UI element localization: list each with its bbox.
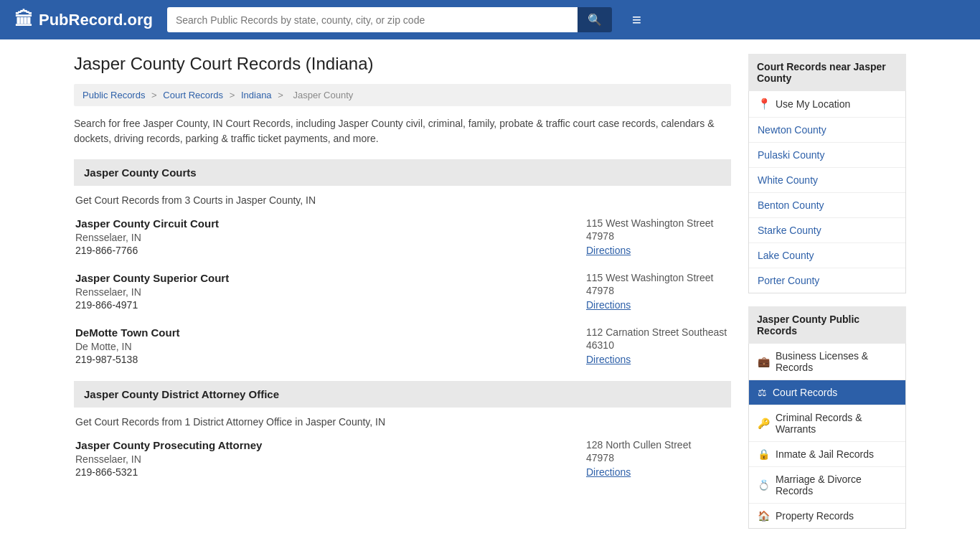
court-directions-demotte[interactable]: Directions bbox=[586, 354, 631, 365]
breadcrumb-jasper-county: Jasper County bbox=[293, 90, 353, 100]
search-area: 🔍 bbox=[167, 7, 612, 32]
criminal-records-label: Criminal Records & Warrants bbox=[776, 412, 897, 435]
inmate-records-label: Inmate & Jail Records bbox=[776, 448, 874, 460]
court-right-superior: 115 West Washington Street 47978 Directi… bbox=[572, 272, 730, 311]
courts-section-header: Jasper County Courts bbox=[74, 159, 731, 186]
court-zip-superior: 47978 bbox=[586, 285, 730, 296]
court-address-circuit: 115 West Washington Street bbox=[586, 217, 730, 229]
court-zip-circuit: 47978 bbox=[586, 230, 730, 242]
sidebar-item-porter[interactable]: Porter County bbox=[749, 268, 905, 293]
breadcrumb-indiana[interactable]: Indiana bbox=[241, 90, 272, 100]
court-city-prosecuting: Rensselaer, IN bbox=[75, 453, 572, 465]
court-phone-prosecuting: 219-866-5321 bbox=[75, 466, 572, 478]
page-title: Jasper County Court Records (Indiana) bbox=[74, 54, 731, 74]
search-icon: 🔍 bbox=[588, 14, 602, 26]
court-address-superior: 115 West Washington Street bbox=[586, 272, 730, 283]
marriage-records-label: Marriage & Divorce Records bbox=[776, 474, 897, 496]
benton-county-label: Benton County bbox=[758, 199, 824, 211]
key-icon: 🔑 bbox=[758, 418, 770, 429]
business-licenses-label: Business Licenses & Records bbox=[776, 350, 897, 373]
breadcrumb-public-records[interactable]: Public Records bbox=[83, 90, 145, 100]
newton-county-label: Newton County bbox=[758, 124, 826, 136]
content-area: Jasper County Court Records (Indiana) Pu… bbox=[74, 54, 731, 542]
court-left-superior: Jasper County Superior Court Rensselaer,… bbox=[75, 272, 572, 311]
court-name-circuit: Jasper County Circuit Court bbox=[75, 217, 572, 230]
courts-section-desc: Get Court Records from 3 Courts in Jaspe… bbox=[74, 194, 731, 206]
lock-icon: 🔒 bbox=[758, 448, 770, 460]
sidebar-item-lake[interactable]: Lake County bbox=[749, 243, 905, 268]
search-input[interactable] bbox=[167, 7, 578, 32]
court-address-demotte: 112 Carnation Street Southeast bbox=[586, 326, 730, 338]
court-phone-circuit: 219-866-7766 bbox=[75, 245, 572, 256]
court-name-demotte: DeMotte Town Court bbox=[75, 326, 572, 339]
sidebar-marriage-records[interactable]: 💍 Marriage & Divorce Records bbox=[749, 467, 905, 504]
court-phone-superior: 219-866-4971 bbox=[75, 299, 572, 311]
da-section-desc: Get Court Records from 1 District Attorn… bbox=[74, 416, 731, 428]
page-description: Search for free Jasper County, IN Court … bbox=[74, 116, 731, 146]
court-city-superior: Rensselaer, IN bbox=[75, 286, 572, 298]
court-city-demotte: De Motte, IN bbox=[75, 341, 572, 352]
lake-county-label: Lake County bbox=[758, 250, 814, 261]
site-logo[interactable]: 🏛 PubRecord.org bbox=[14, 9, 153, 31]
court-entry-demotte: DeMotte Town Court De Motte, IN 219-987-… bbox=[74, 326, 731, 365]
location-pin-icon: 📍 bbox=[758, 98, 771, 110]
court-right-circuit: 115 West Washington Street 47978 Directi… bbox=[572, 217, 730, 256]
court-entry-superior: Jasper County Superior Court Rensselaer,… bbox=[74, 272, 731, 311]
sidebar-item-pulaski[interactable]: Pulaski County bbox=[749, 143, 905, 168]
court-left-circuit: Jasper County Circuit Court Rensselaer, … bbox=[75, 217, 572, 256]
porter-county-label: Porter County bbox=[758, 275, 819, 286]
home-icon: 🏠 bbox=[758, 510, 770, 522]
breadcrumb-court-records[interactable]: Court Records bbox=[163, 90, 223, 100]
nearby-counties-list: 📍 Use My Location Newton County Pulaski … bbox=[748, 91, 906, 293]
court-directions-superior[interactable]: Directions bbox=[586, 299, 631, 311]
public-records-list: 💼 Business Licenses & Records ⚖ Court Re… bbox=[748, 344, 906, 529]
court-entry-circuit: Jasper County Circuit Court Rensselaer, … bbox=[74, 217, 731, 256]
sidebar-item-white[interactable]: White County bbox=[749, 168, 905, 193]
court-name-prosecuting: Jasper County Prosecuting Attorney bbox=[75, 439, 572, 451]
logo-text: PubRecord.org bbox=[39, 11, 153, 29]
ring-icon: 💍 bbox=[758, 479, 770, 491]
da-section-header: Jasper County District Attorney Office bbox=[74, 381, 731, 408]
court-records-label: Court Records bbox=[773, 387, 837, 398]
property-records-label: Property Records bbox=[776, 510, 854, 522]
court-city-circuit: Rensselaer, IN bbox=[75, 232, 572, 243]
sidebar: Court Records near Jasper County 📍 Use M… bbox=[748, 54, 906, 542]
court-left-demotte: DeMotte Town Court De Motte, IN 219-987-… bbox=[75, 326, 572, 365]
sidebar-business-licenses[interactable]: 💼 Business Licenses & Records bbox=[749, 344, 905, 380]
court-zip-demotte: 46310 bbox=[586, 339, 730, 351]
court-name-superior: Jasper County Superior Court bbox=[75, 272, 572, 284]
court-phone-demotte: 219-987-5138 bbox=[75, 354, 572, 365]
starke-county-label: Starke County bbox=[758, 225, 821, 236]
court-right-demotte: 112 Carnation Street Southeast 46310 Dir… bbox=[572, 326, 730, 365]
briefcase-icon: 💼 bbox=[758, 356, 770, 367]
menu-button[interactable]: ≡ bbox=[632, 11, 641, 29]
sidebar-criminal-records[interactable]: 🔑 Criminal Records & Warrants bbox=[749, 405, 905, 442]
court-address-prosecuting: 128 North Cullen Street bbox=[586, 439, 730, 451]
court-directions-circuit[interactable]: Directions bbox=[586, 245, 631, 256]
sidebar-inmate-records[interactable]: 🔒 Inmate & Jail Records bbox=[749, 442, 905, 467]
sidebar-property-records[interactable]: 🏠 Property Records bbox=[749, 504, 905, 528]
main-container: Jasper County Court Records (Indiana) Pu… bbox=[60, 39, 920, 551]
sidebar-item-starke[interactable]: Starke County bbox=[749, 218, 905, 243]
white-county-label: White County bbox=[758, 174, 818, 186]
sidebar-court-records[interactable]: ⚖ Court Records bbox=[749, 380, 905, 405]
site-header: 🏛 PubRecord.org 🔍 ≡ bbox=[0, 0, 980, 39]
court-directions-prosecuting[interactable]: Directions bbox=[586, 466, 631, 478]
public-records-header: Jasper County Public Records bbox=[748, 306, 906, 344]
court-entry-prosecuting: Jasper County Prosecuting Attorney Renss… bbox=[74, 439, 731, 478]
logo-icon: 🏛 bbox=[14, 9, 33, 31]
pulaski-county-label: Pulaski County bbox=[758, 149, 824, 161]
nearby-header: Court Records near Jasper County bbox=[748, 54, 906, 91]
court-zip-prosecuting: 47978 bbox=[586, 452, 730, 463]
court-left-prosecuting: Jasper County Prosecuting Attorney Renss… bbox=[75, 439, 572, 478]
breadcrumb: Public Records > Court Records > Indiana… bbox=[74, 84, 731, 106]
use-location-label: Use My Location bbox=[776, 98, 850, 110]
use-location-item[interactable]: 📍 Use My Location bbox=[749, 91, 905, 118]
scales-icon: ⚖ bbox=[758, 387, 767, 398]
sidebar-item-newton[interactable]: Newton County bbox=[749, 118, 905, 143]
court-right-prosecuting: 128 North Cullen Street 47978 Directions bbox=[572, 439, 730, 478]
hamburger-icon: ≡ bbox=[632, 11, 641, 29]
search-button[interactable]: 🔍 bbox=[578, 7, 612, 32]
sidebar-item-benton[interactable]: Benton County bbox=[749, 193, 905, 218]
